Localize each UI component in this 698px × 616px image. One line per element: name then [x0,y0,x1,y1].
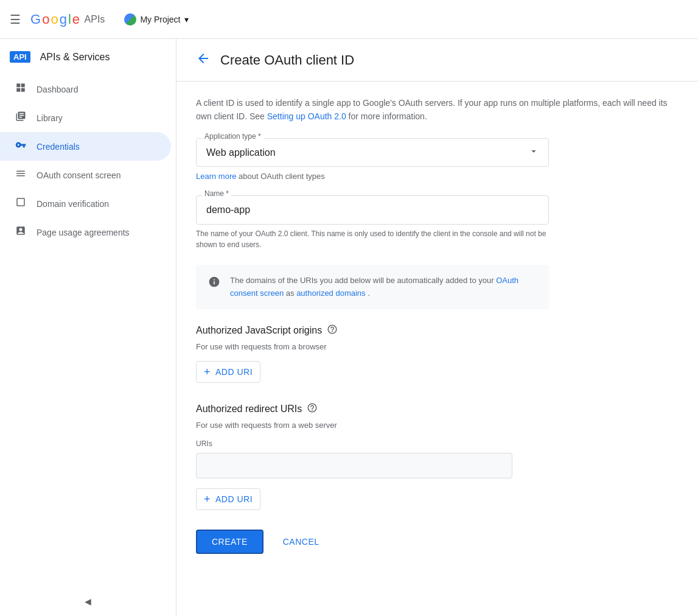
add-uri-button-origins[interactable]: + ADD URI [196,361,260,383]
dashboard-icon [15,82,27,96]
layout: API APIs & Services Dashboard Library Cr… [0,39,698,616]
sidebar-item-oauth-consent[interactable]: OAuth consent screen [0,161,171,189]
api-badge: API [10,51,30,63]
js-origins-desc: For use with requests from a browser [196,342,679,351]
name-label: Name * [202,189,231,198]
redirect-uris-title: Authorized redirect URIs [196,404,302,415]
app-type-field: Application type * Web application Andro… [196,138,549,167]
sidebar-item-library[interactable]: Library [0,103,171,132]
sidebar-item-dashboard[interactable]: Dashboard [0,75,171,103]
logo-o1: o [42,12,49,27]
project-name: My Project [140,15,180,24]
add-uri-label: ADD URI [215,367,253,377]
info-circle-icon [208,276,220,291]
uri-input[interactable] [196,453,512,478]
intro-text-after: for more information. [349,111,427,121]
redirect-uris-section: Authorized redirect URIs For use with re… [196,402,679,510]
js-origins-section: Authorized JavaScript origins For use wi… [196,324,679,383]
sidebar-item-page-usage[interactable]: Page usage agreements [0,218,171,247]
sidebar-label-library: Library [37,113,63,123]
js-origins-header: Authorized JavaScript origins [196,324,679,337]
info-box-end: . [368,289,370,298]
redirect-uris-desc: For use with requests from a web server [196,421,679,430]
info-box: The domains of the URIs you add below wi… [196,265,549,310]
learn-more-link[interactable]: Learn more [196,172,236,181]
oauth-setup-link[interactable]: Setting up OAuth 2.0 [267,111,346,121]
sidebar-label-dashboard: Dashboard [37,85,79,94]
info-box-middle: as [286,289,296,298]
app-type-select[interactable]: Web application Android Chrome App iOS T… [196,138,549,167]
info-box-prefix: The domains of the URIs you add below wi… [230,276,494,285]
page-header: Create OAuth client ID [176,39,698,82]
create-button[interactable]: CREATE [196,530,263,554]
apis-label: APIs [82,14,105,25]
add-uri-redirect-label: ADD URI [215,494,253,504]
uris-subsection: URIs [196,439,679,478]
learn-more-suffix: about OAuth client types [239,172,325,181]
js-origins-help-icon[interactable] [327,324,338,337]
add-uri-plus-icon: + [204,366,211,377]
oauth-consent-icon [15,168,27,182]
name-field: Name * [196,195,549,225]
content-area: A client ID is used to identify a single… [176,82,698,593]
redirect-uris-header: Authorized redirect URIs [196,402,679,416]
sidebar-item-credentials[interactable]: Credentials [0,132,171,161]
back-button[interactable] [196,51,211,69]
menu-icon[interactable]: ☰ [10,12,21,27]
name-input[interactable] [196,195,549,225]
sidebar-header: API APIs & Services [0,39,176,75]
js-origins-title: Authorized JavaScript origins [196,325,322,336]
add-uri-redirect-plus-icon: + [204,494,211,505]
google-logo: Google APIs [30,12,105,27]
collapse-sidebar-button[interactable]: ◀ [0,587,176,616]
main-content: Create OAuth client ID A client ID is us… [176,39,698,616]
action-row: CREATE CANCEL [196,530,679,578]
authorized-domains-link[interactable]: authorized domains [296,289,365,298]
project-selector[interactable]: My Project ▾ [124,13,188,26]
intro-text: A client ID is used to identify a single… [196,96,679,124]
learn-more-row: Learn more about OAuth client types [196,172,679,181]
page-title: Create OAuth client ID [220,52,354,68]
domain-verification-icon [15,197,27,211]
sidebar-label-oauth-consent: OAuth consent screen [37,170,121,180]
library-icon [15,111,27,125]
sidebar-label-credentials: Credentials [37,142,80,152]
sidebar-item-domain-verification[interactable]: Domain verification [0,189,171,218]
credentials-icon [15,139,27,153]
logo-g2: g [60,12,67,27]
add-uri-button-redirect[interactable]: + ADD URI [196,488,260,510]
logo-e: e [72,12,80,27]
project-dropdown-icon: ▾ [184,15,189,24]
logo-g: G [30,12,41,27]
page-usage-icon [15,225,27,239]
app-type-label: Application type * [202,132,263,141]
sidebar-label-domain-verification: Domain verification [37,199,109,209]
project-dot-icon [124,13,136,26]
name-helper-text: The name of your OAuth 2.0 client. This … [196,228,549,250]
info-box-text: The domains of the URIs you add below wi… [230,275,537,300]
logo-o2: o [51,12,58,27]
uri-input-container [196,453,512,478]
collapse-icon: ◀ [85,597,91,606]
uris-label: URIs [196,439,679,448]
logo-l: l [68,12,71,27]
redirect-uris-help-icon[interactable] [307,402,318,416]
sidebar: API APIs & Services Dashboard Library Cr… [0,39,176,616]
sidebar-label-page-usage: Page usage agreements [37,228,130,237]
sidebar-title: APIs & Services [40,52,110,63]
cancel-button[interactable]: CANCEL [273,531,329,553]
topbar: ☰ Google APIs My Project ▾ [0,0,698,39]
